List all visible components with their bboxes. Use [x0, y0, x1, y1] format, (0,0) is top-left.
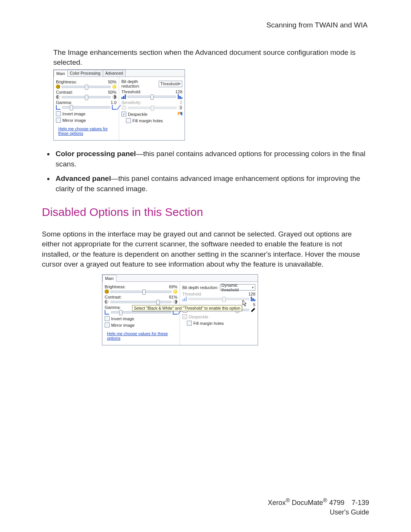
sun-dark-icon: [56, 85, 60, 89]
despeckle-checkbox[interactable]: ✓Despeckle: [121, 112, 182, 117]
fillmargin-label: Fill margin holes: [132, 118, 163, 123]
sun-light-icon: [173, 289, 177, 294]
threshold-value-2: 128: [249, 292, 255, 296]
enhancements-panel-advanced: Main Color Processing Advanced Brightnes…: [53, 69, 185, 141]
gamma-label: Gamma:: [56, 100, 72, 105]
sensitivity-slider: [121, 105, 182, 110]
gamma-value: 1.0: [111, 100, 116, 105]
gamma-low-icon: [105, 310, 109, 315]
tab-main-2[interactable]: Main: [102, 275, 116, 282]
intro-paragraph: The Image enhancements section when the …: [53, 48, 369, 67]
sun-light-icon: [112, 85, 116, 89]
cursor-icon: [242, 300, 248, 307]
invert-image-checkbox-2[interactable]: Invert image: [105, 316, 177, 321]
contrast-low-icon: [56, 95, 60, 99]
help-link-2[interactable]: Help me choose values for these options: [107, 331, 177, 340]
fillmargin-label-2: Fill margin holes: [193, 321, 224, 326]
hover-tooltip: Select "Black & White" and "Threshold" t…: [132, 305, 242, 311]
panel2-right-column: Bit depth reduction: Dynamic threshold ▾…: [180, 282, 258, 345]
invert-image-checkbox[interactable]: Invert image: [56, 111, 116, 116]
contrast-value: 50%: [108, 90, 116, 94]
tabs-row-2: Main: [102, 275, 258, 282]
page-footer: Xerox® DocuMate® 4799 7-139 User's Guide: [268, 497, 369, 517]
tab-advanced[interactable]: Advanced: [103, 70, 126, 77]
tab-main[interactable]: Main: [54, 70, 68, 77]
despeckle-label-2: Despeckle: [189, 315, 208, 319]
bullet-color-processing: Color processing panel—this panel contai…: [54, 149, 369, 169]
threshold-slider[interactable]: [121, 94, 182, 99]
contrast-label-2: Contrast:: [105, 295, 122, 299]
mirror-label: Mirror image: [62, 118, 86, 123]
contrast-high-icon: [173, 300, 177, 304]
bitdepth-label: Bit depth reduction:: [121, 79, 157, 88]
bitdepth-value-2: Dynamic threshold: [221, 283, 252, 292]
fill-margin-checkbox-2[interactable]: Fill margin holes: [187, 321, 255, 326]
mirror-image-checkbox[interactable]: Mirror image: [56, 118, 116, 123]
despeckle-label: Despeckle: [128, 112, 147, 117]
mirror-label-2: Mirror image: [111, 323, 135, 328]
section-heading: Disabled Options in this Section: [42, 206, 369, 219]
bitdepth-value: Threshold: [160, 81, 179, 86]
bars-low-icon: [121, 94, 126, 99]
fill-margin-checkbox[interactable]: Fill margin holes: [126, 118, 182, 123]
footer-subtitle: User's Guide: [268, 508, 369, 517]
brightness-label-2: Brightness:: [105, 284, 126, 289]
bars-low-icon: [182, 297, 187, 301]
sensitivity-high-icon: [178, 105, 182, 110]
sensitivity-low-icon: [121, 105, 126, 110]
panel1-left-column: Brightness: 50% Contrast: 50% Gamma: 1.0: [54, 77, 119, 140]
threshold-label-2: Threshold:: [182, 292, 202, 296]
bars-high-icon: [178, 94, 182, 99]
tabs-row: Main Color Processing Advanced: [54, 70, 185, 77]
bitdepth-select[interactable]: Threshold ▾: [159, 81, 182, 87]
sun-dark-icon: [105, 289, 109, 294]
contrast-slider-2[interactable]: [105, 300, 177, 304]
brightness-label: Brightness:: [56, 80, 77, 84]
despeckle-checkbox-2: Despeckle: [182, 314, 255, 319]
invert-label-2: Invert image: [111, 316, 134, 321]
sensitivity-label: Sensitivity:: [121, 100, 142, 105]
mirror-image-checkbox-2[interactable]: Mirror image: [105, 323, 177, 328]
contrast-label: Contrast:: [56, 90, 73, 94]
sensitivity-value: 2: [180, 100, 182, 105]
threshold-value: 128: [175, 89, 182, 94]
contrast-low-icon: [105, 300, 109, 304]
running-header: Scanning from TWAIN and WIA: [42, 21, 369, 29]
panel1-right-column: Bit depth reduction: Threshold ▾ Thresho…: [119, 77, 185, 140]
invert-label: Invert image: [62, 112, 86, 116]
sensitivity-value-2: 5: [253, 302, 255, 307]
wand-icon: [178, 112, 182, 117]
panel2-left-column: Brightness: 69% Contrast: 81% Gamma: 0.7: [102, 282, 180, 345]
disabled-options-paragraph: Some options in the interface may be gra…: [42, 229, 369, 270]
chevron-down-icon: ▾: [179, 82, 181, 86]
brightness-slider[interactable]: [56, 85, 116, 89]
gamma-slider[interactable]: [56, 105, 116, 110]
gamma-high-icon: [112, 105, 116, 110]
bitdepth-label-2: Bit depth reduction:: [182, 285, 218, 290]
pen-icon: [251, 308, 255, 312]
enhancements-panel-disabled-example: Main Brightness: 69% Contrast: 81% Ga: [102, 274, 258, 345]
threshold-label: Threshold:: [121, 89, 141, 94]
tab-color-processing[interactable]: Color Processing: [67, 70, 103, 77]
bars-high-icon: [251, 297, 255, 301]
brightness-value-2: 69%: [169, 284, 177, 289]
bullet-list: Color processing panel—this panel contai…: [42, 149, 369, 194]
bullet-advanced: Advanced panel—this panel contains advan…: [54, 174, 369, 194]
manual-page: Scanning from TWAIN and WIA The Image en…: [0, 0, 411, 532]
brightness-value: 50%: [108, 80, 116, 84]
contrast-slider[interactable]: [56, 95, 116, 99]
brightness-slider-2[interactable]: [105, 289, 177, 294]
bitdepth-select-2[interactable]: Dynamic threshold ▾: [220, 284, 255, 291]
chevron-down-icon: ▾: [252, 286, 254, 289]
contrast-value-2: 81%: [169, 295, 177, 299]
page-number: 7-139: [352, 498, 369, 507]
gamma-low-icon: [56, 105, 61, 110]
contrast-high-icon: [112, 95, 116, 99]
gamma-label-2: Gamma:: [105, 305, 121, 310]
help-link[interactable]: Help me choose values for these options: [58, 126, 116, 136]
